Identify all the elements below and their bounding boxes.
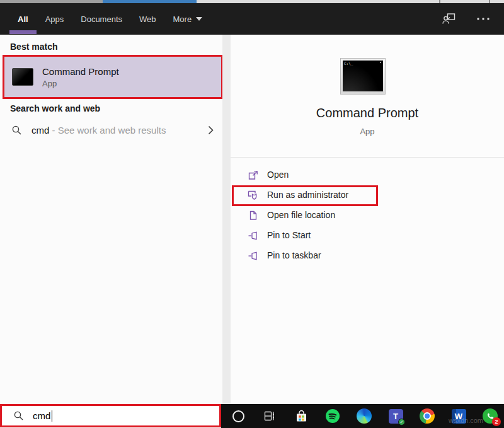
context-actions-list: Open Run as administrator Open file l [231, 165, 504, 265]
chrome-icon[interactable] [420, 408, 435, 424]
whatsapp-icon[interactable]: 2 [483, 408, 498, 424]
command-prompt-large-icon: C:\_ [340, 58, 386, 95]
tab-web[interactable]: Web [139, 3, 156, 35]
chevron-right-icon[interactable] [208, 125, 214, 135]
web-suggestion-hint: - See work and web results [52, 125, 166, 136]
taskbar-search-input[interactable]: cmd [0, 404, 221, 427]
preview-app-type: App [231, 127, 504, 136]
prompt-text: C:\_ [344, 61, 353, 66]
user-account-icon[interactable] [442, 13, 456, 25]
tab-all-label: All [18, 14, 28, 24]
text-caret [52, 410, 52, 422]
taskbar: T ✓ W 2 [221, 404, 504, 428]
tab-documents-label: Documents [81, 14, 122, 24]
panel-divider [222, 35, 231, 405]
microsoft-store-icon[interactable] [294, 408, 309, 424]
tab-web-label: Web [139, 14, 156, 24]
cortana-icon[interactable] [231, 408, 246, 424]
best-match-type: App [42, 79, 119, 88]
action-pin-to-start[interactable]: Pin to Start [231, 225, 504, 245]
teams-letter: T [393, 412, 398, 421]
file-location-icon [247, 209, 258, 221]
window-control-dot [380, 62, 381, 63]
search-work-web-heading: Search work and web [10, 103, 100, 113]
word-icon[interactable]: W [451, 408, 466, 424]
task-view-icon[interactable] [262, 408, 277, 424]
search-icon [13, 410, 24, 421]
tab-all[interactable]: All [18, 3, 28, 35]
word-letter: W [455, 412, 462, 421]
filter-tabs: All Apps Documents Web More [0, 3, 219, 35]
edge-icon[interactable] [357, 408, 372, 424]
action-pin-to-taskbar-label: Pin to taskbar [267, 250, 321, 260]
action-run-as-administrator-label: Run as administrator [267, 190, 348, 200]
preview-divider-line [231, 157, 504, 158]
web-suggestion-query: cmd [32, 125, 49, 136]
app-preview-panel: C:\_ Command Prompt App Open [231, 35, 504, 405]
action-open[interactable]: Open [231, 165, 504, 185]
ellipsis-menu-icon[interactable] [476, 17, 490, 21]
tab-more-label: More [173, 14, 192, 24]
preview-app-title: Command Prompt [231, 106, 504, 120]
tab-more[interactable]: More [173, 3, 203, 35]
pin-icon [247, 229, 258, 241]
teams-icon[interactable]: T ✓ [388, 408, 403, 424]
windows-search-overlay: All Apps Documents Web More [0, 0, 504, 428]
open-window-icon [247, 169, 258, 180]
pin-icon [247, 250, 258, 261]
best-match-result[interactable]: Command Prompt App [3, 55, 223, 99]
action-pin-to-start-label: Pin to Start [267, 230, 311, 240]
search-filter-header: All Apps Documents Web More [0, 3, 504, 35]
tab-documents[interactable]: Documents [81, 3, 122, 35]
shield-icon [247, 189, 258, 200]
teams-status-check-icon: ✓ [398, 419, 405, 425]
action-open-label: Open [267, 170, 289, 180]
search-icon [11, 125, 22, 136]
whatsapp-badge: 2 [492, 417, 501, 426]
action-open-file-location-label: Open file location [267, 210, 335, 220]
command-prompt-icon [12, 68, 33, 86]
tab-apps-label: Apps [45, 14, 64, 24]
best-match-heading: Best match [10, 42, 57, 52]
best-match-title: Command Prompt [42, 66, 119, 77]
tab-apps[interactable]: Apps [45, 3, 64, 35]
search-input-value: cmd [33, 410, 50, 421]
spotify-icon[interactable] [325, 408, 340, 424]
web-suggestion-row[interactable]: cmd - See work and web results [0, 119, 222, 141]
action-pin-to-taskbar[interactable]: Pin to taskbar [231, 245, 504, 265]
chevron-down-icon [196, 17, 202, 21]
action-open-file-location[interactable]: Open file location [231, 205, 504, 225]
action-run-as-administrator[interactable]: Run as administrator [231, 185, 504, 205]
